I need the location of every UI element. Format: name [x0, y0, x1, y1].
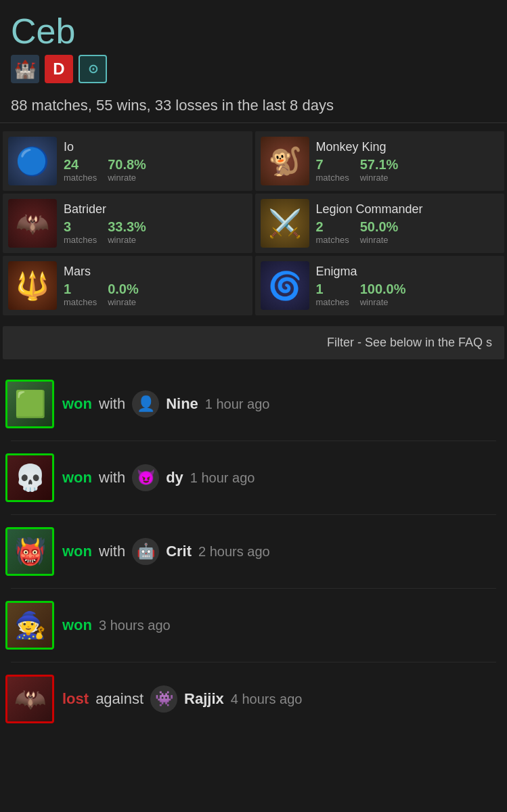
match-result-2: won — [62, 543, 92, 560]
match-item-3[interactable]: 🧙 won 3 hours ago — [5, 594, 502, 656]
hero-info-batrider: Batrider 3 matches 33.3% winrate — [64, 202, 146, 245]
match-time-2: 2 hours ago — [198, 544, 270, 560]
hero-stats-io: 24 matches 70.8% winrate — [64, 157, 146, 183]
match-list: 🟩 won with 👤 Nine 1 hour ago 💀 won with … — [0, 373, 507, 730]
hero-matches-legion: 2 matches — [316, 219, 349, 245]
hero-matches-batrider: 3 matches — [64, 219, 97, 245]
hero-avatar-monkey-king: 🐒 — [261, 137, 309, 185]
match-time-0: 1 hour ago — [205, 397, 270, 412]
hero-winrate-batrider: 33.3% winrate — [108, 219, 146, 245]
match-info-3: won 3 hours ago — [62, 616, 171, 634]
match-result-3: won — [62, 616, 92, 634]
hero-info-enigma: Enigma 1 matches 100.0% winrate — [316, 265, 406, 307]
match-partner-name-1: dy — [166, 469, 183, 487]
hero-matches-enigma: 1 matches — [316, 281, 349, 307]
match-time-1: 1 hour ago — [190, 470, 255, 486]
match-partner-name-4: Rajjix — [184, 690, 224, 708]
hero-card-mars[interactable]: 🔱 Mars 1 matches 0.0% winrate — [3, 256, 252, 315]
hero-stats-legion: 2 matches 50.0% winrate — [316, 219, 423, 245]
hero-avatar-io: 🔵 — [8, 137, 57, 185]
hero-matches-mars: 1 matches — [64, 281, 97, 307]
match-item-2[interactable]: 👹 won with 🤖 Crit 2 hours ago — [5, 520, 502, 583]
match-hero-icon-4: 🦇 — [5, 675, 54, 723]
match-info-1: won with 😈 dy 1 hour ago — [62, 464, 255, 491]
hero-card-legion[interactable]: ⚔️ Legion Commander 2 matches 50.0% winr… — [255, 194, 505, 253]
match-item-1[interactable]: 💀 won with 😈 dy 1 hour ago — [5, 447, 502, 509]
match-info-2: won with 🤖 Crit 2 hours ago — [62, 538, 270, 565]
hero-name-monkey-king: Monkey King — [316, 140, 399, 154]
hero-info-legion: Legion Commander 2 matches 50.0% winrate — [316, 202, 423, 245]
hero-info-monkey-king: Monkey King 7 matches 57.1% winrate — [316, 140, 399, 183]
divider-3 — [11, 662, 496, 662]
match-time-4: 4 hours ago — [231, 692, 303, 707]
match-hero-icon-3: 🧙 — [5, 601, 54, 650]
hero-name-batrider: Batrider — [64, 202, 146, 217]
match-info-4: lost against 👾 Rajjix 4 hours ago — [62, 685, 302, 713]
divider-2 — [11, 588, 496, 589]
io-badge: ⊙ — [79, 55, 107, 83]
header: Ceb 🏰 D ⊙ — [0, 0, 507, 89]
hero-info-io: Io 24 matches 70.8% winrate — [64, 140, 146, 183]
match-info-0: won with 👤 Nine 1 hour ago — [62, 390, 269, 418]
divider-0 — [11, 441, 496, 441]
hero-name-io: Io — [64, 140, 146, 154]
hero-grid: 🔵 Io 24 matches 70.8% winrate 🐒 Monkey K… — [0, 131, 507, 315]
match-partner-name-2: Crit — [166, 543, 192, 560]
hero-name-legion: Legion Commander — [316, 202, 423, 217]
match-result-4: lost — [62, 690, 89, 708]
match-hero-icon-1: 💀 — [5, 453, 54, 502]
hero-card-enigma[interactable]: 🌀 Enigma 1 matches 100.0% winrate — [255, 256, 505, 315]
match-partner-icon-2: 🤖 — [132, 538, 159, 565]
filter-bar: Filter - See below in the FAQ s — [3, 326, 504, 359]
match-result-1: won — [62, 469, 92, 487]
hero-matches-monkey-king: 7 matches — [316, 157, 349, 183]
hero-winrate-enigma: 100.0% winrate — [360, 281, 406, 307]
hero-winrate-mars: 0.0% winrate — [108, 281, 139, 307]
player-name: Ceb — [11, 12, 496, 51]
match-result-0: won — [62, 395, 92, 413]
match-partner-name-0: Nine — [166, 395, 198, 413]
hero-avatar-batrider: 🦇 — [8, 199, 57, 248]
hero-avatar-enigma: 🌀 — [261, 261, 309, 310]
hero-name-enigma: Enigma — [316, 265, 406, 279]
rank-badge: D — [45, 55, 73, 83]
hero-winrate-io: 70.8% winrate — [108, 157, 146, 183]
hero-winrate-legion: 50.0% winrate — [360, 219, 399, 245]
hero-matches-io: 24 matches — [64, 157, 97, 183]
match-hero-icon-2: 👹 — [5, 527, 54, 576]
match-time-3: 3 hours ago — [99, 618, 171, 633]
hero-avatar-legion: ⚔️ — [261, 199, 309, 248]
hero-avatar-mars: 🔱 — [8, 261, 57, 310]
hero-stats-enigma: 1 matches 100.0% winrate — [316, 281, 406, 307]
badge-row: 🏰 D ⊙ — [11, 55, 496, 83]
hero-winrate-monkey-king: 57.1% winrate — [360, 157, 399, 183]
hero-card-batrider[interactable]: 🦇 Batrider 3 matches 33.3% winrate — [3, 194, 252, 253]
hero-stats-monkey-king: 7 matches 57.1% winrate — [316, 157, 399, 183]
hero-stats-mars: 1 matches 0.0% winrate — [64, 281, 139, 307]
match-partner-icon-4: 👾 — [150, 685, 177, 713]
hero-card-monkey-king[interactable]: 🐒 Monkey King 7 matches 57.1% winrate — [255, 131, 505, 191]
match-partner-icon-0: 👤 — [132, 390, 159, 418]
match-item-0[interactable]: 🟩 won with 👤 Nine 1 hour ago — [5, 373, 502, 435]
stats-summary: 88 matches, 55 wins, 33 losses in the la… — [0, 89, 507, 123]
hero-card-io[interactable]: 🔵 Io 24 matches 70.8% winrate — [3, 131, 252, 191]
hero-name-mars: Mars — [64, 265, 139, 279]
castle-badge: 🏰 — [11, 55, 39, 83]
hero-stats-batrider: 3 matches 33.3% winrate — [64, 219, 146, 245]
match-partner-icon-1: 😈 — [132, 464, 159, 491]
divider-1 — [11, 514, 496, 515]
match-hero-icon-0: 🟩 — [5, 380, 54, 428]
hero-info-mars: Mars 1 matches 0.0% winrate — [64, 265, 139, 307]
match-item-4[interactable]: 🦇 lost against 👾 Rajjix 4 hours ago — [5, 668, 502, 730]
